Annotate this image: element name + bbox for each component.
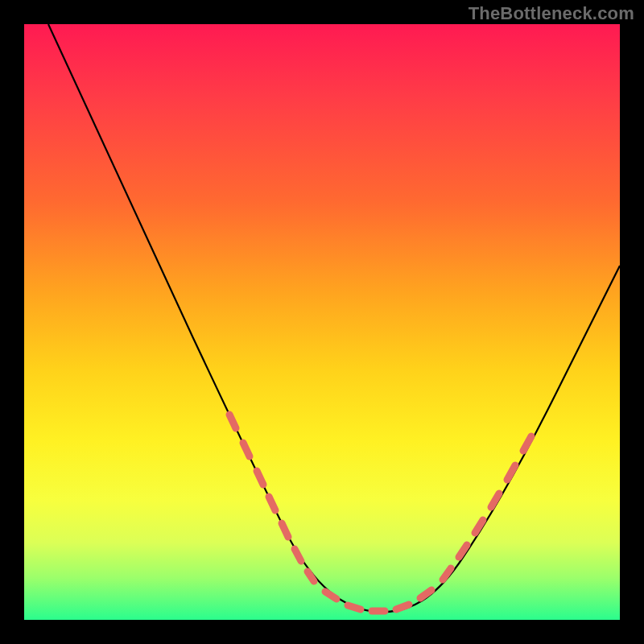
watermark-text: TheBottleneck.com [469,3,634,24]
highlight-marks [229,415,531,611]
chart-plot-area [24,24,620,620]
bottleneck-curve [24,24,620,620]
curve-line [48,24,620,612]
chart-frame: TheBottleneck.com [0,0,644,644]
